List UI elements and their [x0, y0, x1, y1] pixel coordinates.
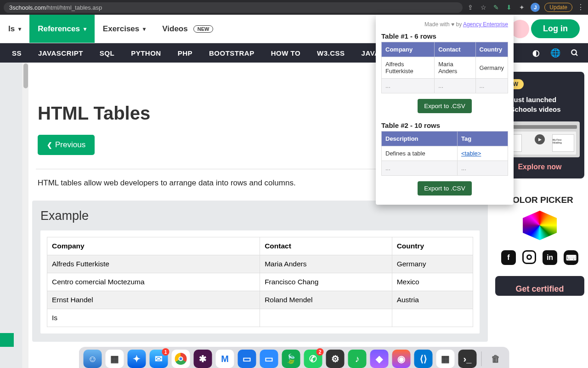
spotify-icon[interactable]: ♪ — [348, 350, 367, 368]
more-menu-icon[interactable]: ⋮ — [577, 4, 584, 11]
search-icon[interactable] — [565, 49, 584, 57]
mail-icon[interactable]: ✉1 — [150, 350, 168, 368]
langnav-item[interactable]: PYTHON — [123, 43, 170, 63]
table-row-ellipsis: ......... — [382, 79, 508, 93]
ext-table-title: Table #1 - 6 rows — [381, 32, 508, 40]
chrome-icon[interactable] — [172, 350, 190, 368]
finder-icon[interactable]: ☺ — [84, 350, 102, 368]
langnav-item[interactable]: W3.CSS — [309, 43, 353, 63]
social-links: f in ⌨ — [495, 250, 584, 265]
color-picker-hexagon[interactable] — [523, 211, 557, 240]
sheets-icon[interactable]: ▦ — [436, 350, 455, 368]
extensions-icon[interactable]: ✦ — [518, 3, 526, 12]
langnav-item[interactable]: PHP — [170, 43, 201, 63]
example-box: Example Company Contact Country Alfreds … — [32, 201, 488, 342]
table-header-row: Company Contact Country — [47, 237, 473, 255]
instagram-icon[interactable] — [522, 250, 536, 264]
ext-table-1: Company Contact Country Alfreds Futterki… — [381, 42, 508, 93]
mongodb-icon[interactable]: 🍃 — [282, 350, 300, 368]
terminal-icon[interactable]: ›_ — [458, 350, 477, 368]
edit-extension-icon[interactable]: ✎ — [492, 3, 500, 12]
certified-card[interactable]: Get certified — [495, 276, 584, 296]
export-csv-button[interactable]: Export to .CSV — [418, 99, 471, 113]
ext-table-title: Table #2 - 10 rows — [381, 121, 508, 129]
sidebar-active-marker — [0, 333, 14, 347]
linkedin-icon[interactable]: in — [543, 250, 557, 265]
langnav-item[interactable]: BOOTSTRAP — [201, 43, 263, 63]
table-row: Centro comercial Moctezuma Francisco Cha… — [47, 273, 473, 291]
app-icon[interactable]: ◉ — [392, 350, 411, 368]
zoom-icon[interactable]: ▭ — [260, 350, 278, 368]
tag-link[interactable]: <table> — [461, 150, 481, 157]
settings-icon[interactable]: ⚙ — [326, 350, 345, 368]
svg-line-1 — [576, 54, 577, 56]
whatsapp-icon[interactable]: ✆2 — [304, 350, 322, 368]
trash-icon[interactable]: 🗑 — [486, 350, 505, 368]
example-heading: Example — [40, 209, 480, 223]
vscode-icon[interactable]: ⟨⟩ — [414, 350, 433, 368]
nav-references[interactable]: References — [29, 15, 95, 43]
nav-videos[interactable]: VideosNEW — [154, 15, 221, 43]
table-header: Company — [47, 237, 260, 255]
star-icon[interactable]: ☆ — [479, 3, 487, 12]
nav-tutorials[interactable]: ls — [0, 15, 29, 43]
agency-link[interactable]: Agency Enterprise — [463, 21, 508, 28]
nav-exercises[interactable]: Exercises — [95, 15, 154, 43]
langnav-item[interactable]: HOW TO — [263, 43, 309, 63]
new-badge: NEW — [193, 25, 214, 33]
macos-dock: ☺ ▦ ✦ ✉1 ✱ M ▭ ▭ 🍃 ✆2 ⚙ ♪ ◆ ◉ ⟨⟩ ▦ ›_ 🗑 — [79, 347, 509, 368]
table-row: Is — [47, 309, 473, 327]
download-extension-icon[interactable]: ⬇ — [505, 3, 513, 12]
mail-badge: 1 — [162, 348, 170, 356]
previous-button[interactable]: Previous — [38, 135, 95, 155]
table-row: Alfreds Futterkiste Maria Anders Germany — [47, 255, 473, 273]
sidebar — [0, 63, 22, 368]
share-icon[interactable]: ⇪ — [466, 3, 475, 12]
langnav-item[interactable]: JAVASCRIPT — [30, 43, 91, 63]
slack-icon[interactable]: ✱ — [194, 350, 212, 368]
play-icon: ▶ — [535, 134, 545, 144]
url-domain: 3schools.com — [9, 4, 45, 11]
url-path: /html/html_tables.asp — [45, 4, 102, 11]
table-row: Alfreds Futterkiste Maria Anders Germany — [382, 57, 508, 79]
gmail-icon[interactable]: M — [216, 350, 234, 368]
chrome-icons: ⇪ ☆ ✎ ⬇ ✦ J Update ⋮ — [466, 3, 584, 12]
langnav-item[interactable]: SS — [4, 43, 30, 63]
extension-popup: Made with ♥ by Agency Enterprise Table #… — [376, 15, 514, 205]
table-header: Contact — [260, 237, 392, 255]
langnav-item[interactable]: SQL — [91, 43, 123, 63]
export-csv-button[interactable]: Export to .CSV — [418, 181, 471, 196]
heart-icon: ♥ — [451, 21, 454, 28]
discord-icon[interactable]: ⌨ — [564, 250, 578, 265]
url-bar[interactable]: 3schools.com/html/html_tables.asp — [4, 2, 463, 13]
meet-icon[interactable]: ▭ — [238, 350, 256, 368]
update-button[interactable]: Update — [544, 3, 572, 12]
svg-point-0 — [571, 50, 577, 55]
extension-credit: Made with ♥ by Agency Enterprise — [381, 21, 508, 28]
figma-icon[interactable]: ◆ — [370, 350, 389, 368]
table-row: Defines a table <table> — [382, 146, 508, 161]
table-row-ellipsis: ...... — [382, 161, 508, 176]
facebook-icon[interactable]: f — [501, 250, 516, 265]
table-row: Ernst Handel Roland Mendel Austria — [47, 291, 473, 309]
example-table: Company Contact Country Alfreds Futterki… — [47, 237, 473, 327]
safari-icon[interactable]: ✦ — [128, 350, 146, 368]
darkmode-icon[interactable]: ◐ — [526, 48, 546, 58]
launchpad-icon[interactable]: ▦ — [106, 350, 124, 368]
browser-chrome: 3schools.com/html/html_tables.asp ⇪ ☆ ✎ … — [0, 0, 588, 15]
profile-avatar[interactable]: J — [531, 3, 540, 12]
ext-table-2: Description Tag Defines a table <table> … — [381, 131, 508, 176]
scrollbar-thumb[interactable] — [23, 63, 28, 88]
login-button[interactable]: Log in — [531, 19, 580, 38]
theme-circle[interactable] — [511, 20, 529, 38]
globe-icon[interactable]: 🌐 — [546, 48, 565, 58]
table-header: Country — [392, 237, 473, 255]
sidebar-scrollbar[interactable] — [22, 63, 28, 368]
whatsapp-badge: 2 — [317, 348, 324, 356]
